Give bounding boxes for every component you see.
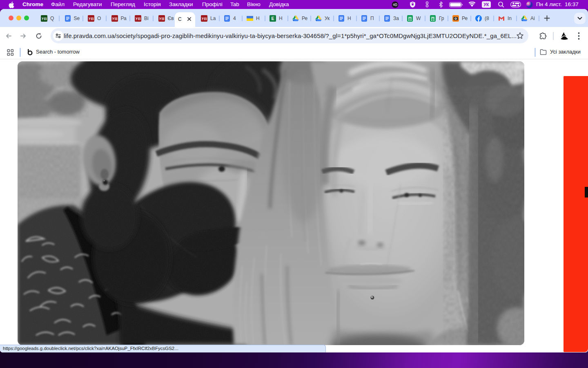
- svg-text:УП: УП: [42, 17, 47, 21]
- svg-text:УП: УП: [136, 17, 141, 21]
- svg-text:УП: УП: [159, 17, 164, 21]
- svg-text:УП: УП: [112, 17, 117, 21]
- svg-text:УП: УП: [89, 17, 94, 21]
- svg-text:E: E: [271, 16, 274, 21]
- svg-text:УП: УП: [202, 17, 207, 21]
